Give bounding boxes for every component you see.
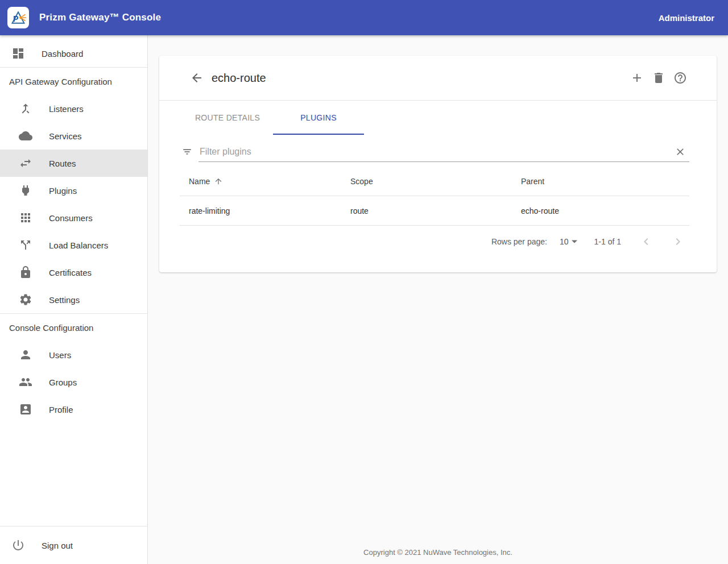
sidebar-item-groups[interactable]: Groups [0, 368, 147, 396]
chevron-right-icon [671, 235, 685, 248]
help-icon [673, 71, 687, 85]
sidebar-item-label: Listeners [49, 104, 84, 114]
cell-parent: echo-route [521, 206, 689, 215]
column-header-name[interactable]: Name [180, 177, 350, 186]
call-merge-icon [19, 102, 32, 115]
sidebar-item-label: Plugins [49, 186, 77, 196]
sidebar-item-listeners[interactable]: Listeners [0, 95, 147, 122]
prizm-logo-icon: P [10, 9, 27, 26]
cell-scope: route [350, 206, 521, 215]
svg-text:P: P [13, 14, 19, 23]
plus-icon [630, 71, 644, 85]
sidebar-item-label: Groups [49, 378, 77, 387]
app-body: Dashboard API Gateway Configuration List… [0, 35, 728, 564]
filter-field [198, 146, 689, 162]
cell-name: rate-limiting [180, 206, 350, 215]
filter-row [159, 135, 717, 167]
column-header-label: Name [189, 177, 210, 186]
sidebar-section-console: Console Configuration [0, 314, 147, 341]
route-title: echo-route [212, 72, 266, 85]
trash-icon [652, 71, 665, 85]
paginator: Rows per page: 10 1-1 of 1 [159, 226, 717, 258]
filter-plugins-input[interactable] [198, 146, 675, 157]
arrow-back-icon [190, 71, 204, 85]
sidebar-item-plugins[interactable]: Plugins [0, 177, 147, 204]
sidebar-item-dashboard[interactable]: Dashboard [0, 40, 147, 67]
plugins-table: Name Scope Parent rate-limiting route ec… [180, 167, 689, 226]
tab-plugins[interactable]: PLUGINS [273, 101, 364, 135]
apps-grid-icon [19, 211, 32, 225]
people-icon [19, 375, 32, 389]
help-button[interactable] [673, 71, 687, 85]
lock-icon [19, 266, 32, 279]
person-icon [19, 348, 32, 362]
filter-icon [182, 147, 192, 157]
cloud-icon [19, 129, 32, 143]
rows-per-page-value: 10 [560, 237, 569, 246]
sidebar-section-api-gateway: API Gateway Configuration [0, 68, 147, 95]
caret-down-icon [572, 239, 577, 244]
sidebar-item-settings[interactable]: Settings [0, 286, 147, 313]
route-card: echo-route ROUTE [159, 56, 717, 272]
sidebar-item-load-balancers[interactable]: Load Balancers [0, 231, 147, 259]
rows-per-page-select[interactable]: 10 [560, 237, 577, 246]
sidebar-item-label: Settings [49, 295, 80, 305]
add-plugin-button[interactable] [630, 71, 644, 85]
column-header-scope[interactable]: Scope [350, 177, 521, 186]
app-title: Prizm Gateway™ Console [39, 12, 161, 23]
sign-out-button[interactable]: Sign out [0, 526, 147, 564]
table-row[interactable]: rate-limiting route echo-route [180, 196, 689, 226]
sidebar-item-label: Profile [49, 405, 73, 414]
sidebar-item-label: Dashboard [42, 49, 83, 59]
plug-icon [19, 184, 32, 197]
table-header-row: Name Scope Parent [180, 167, 689, 196]
power-icon [11, 538, 25, 552]
clear-filter-button[interactable] [675, 146, 686, 157]
sidebar-item-label: Services [49, 131, 82, 141]
dashboard-icon [11, 47, 25, 60]
sidebar-item-routes[interactable]: Routes [0, 150, 147, 177]
tab-route-details[interactable]: ROUTE DETAILS [182, 101, 273, 135]
sidebar-item-certificates[interactable]: Certificates [0, 259, 147, 286]
header-actions [630, 71, 687, 85]
column-header-parent[interactable]: Parent [521, 177, 689, 186]
app-root: P Prizm Gateway™ Console Administrator D… [0, 0, 728, 564]
sidebar-spacer [0, 423, 147, 526]
next-page-button[interactable] [671, 235, 685, 248]
card-header: echo-route [159, 56, 717, 100]
back-button[interactable] [190, 71, 204, 85]
swap-arrows-icon [19, 156, 32, 170]
sign-out-label: Sign out [42, 541, 73, 550]
sidebar-item-label: Load Balancers [49, 240, 108, 250]
sort-ascending-icon [214, 177, 223, 186]
contact-card-icon [19, 403, 32, 416]
sidebar-item-label: Consumers [49, 213, 93, 223]
main-content: echo-route ROUTE [148, 35, 728, 564]
rows-per-page-label: Rows per page: [491, 237, 547, 246]
close-icon [675, 146, 686, 157]
gear-icon [19, 293, 32, 306]
previous-page-button[interactable] [639, 235, 653, 248]
sidebar-item-services[interactable]: Services [0, 122, 147, 150]
chevron-left-icon [639, 235, 653, 248]
app-logo: P [7, 7, 29, 28]
user-menu[interactable]: Administrator [659, 13, 714, 23]
sidebar: Dashboard API Gateway Configuration List… [0, 35, 148, 564]
copyright-footer: Copyright © 2021 NuWave Technologies, In… [148, 548, 728, 564]
sidebar-item-consumers[interactable]: Consumers [0, 204, 147, 231]
delete-route-button[interactable] [652, 71, 665, 85]
page-range-label: 1-1 of 1 [594, 237, 621, 246]
sidebar-item-profile[interactable]: Profile [0, 396, 147, 423]
tab-bar: ROUTE DETAILS PLUGINS [159, 101, 717, 135]
sidebar-item-label: Certificates [49, 268, 92, 277]
call-split-icon [19, 238, 32, 252]
sidebar-item-label: Routes [49, 159, 76, 168]
sidebar-item-label: Users [49, 350, 71, 360]
topbar: P Prizm Gateway™ Console Administrator [0, 0, 728, 35]
sidebar-item-users[interactable]: Users [0, 341, 147, 368]
